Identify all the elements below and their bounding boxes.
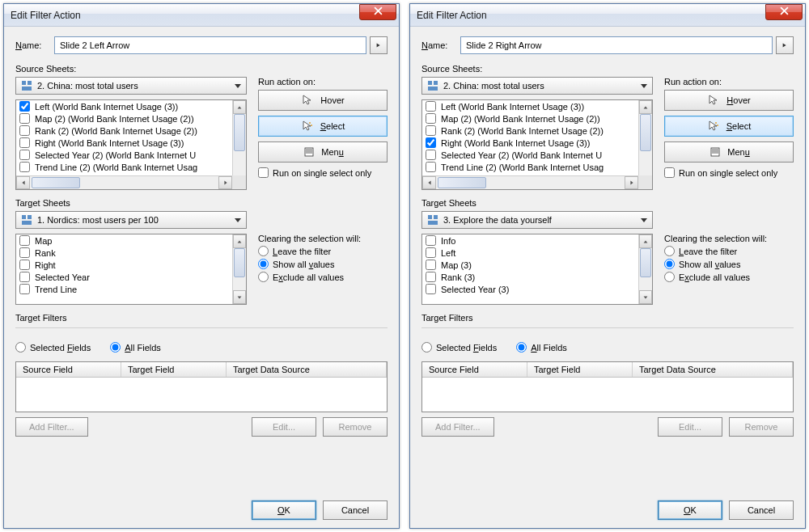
sheet-checkbox[interactable]: [19, 137, 30, 148]
select-button[interactable]: Select: [258, 116, 388, 137]
list-item[interactable]: Right (World Bank Internet Usage (3)): [422, 137, 638, 149]
cancel-button[interactable]: Cancel: [323, 500, 388, 520]
titlebar[interactable]: Edit Filter Action: [410, 4, 805, 27]
sheet-checkbox[interactable]: [19, 284, 30, 294]
scroll-right-button[interactable]: [218, 176, 232, 189]
sheet-checkbox[interactable]: [426, 113, 436, 124]
sheet-checkbox[interactable]: [19, 162, 30, 172]
select-button[interactable]: Select: [664, 116, 794, 137]
col-target-field[interactable]: Target Field: [527, 362, 633, 377]
list-item[interactable]: Trend Line (2) (World Bank Internet Usag: [16, 161, 232, 173]
hover-button[interactable]: Hover: [258, 90, 388, 111]
sheet-checkbox[interactable]: [19, 272, 30, 282]
list-item[interactable]: Right (World Bank Internet Usage (3)): [16, 137, 232, 149]
add-filter-button[interactable]: Add Filter...: [421, 417, 494, 437]
selected-fields-radio[interactable]: [15, 342, 26, 353]
remove-filter-button[interactable]: Remove: [729, 417, 794, 437]
target-filters-table[interactable]: Source Field Target Field Target Data So…: [421, 361, 794, 412]
scroll-up-button[interactable]: [639, 100, 652, 114]
scroll-down-button[interactable]: [233, 290, 246, 304]
scrollbar-vertical[interactable]: [638, 234, 652, 304]
close-button[interactable]: [359, 4, 396, 20]
list-item[interactable]: Left (World Bank Internet Usage (3)): [16, 100, 232, 112]
list-item[interactable]: Rank (2) (World Bank Internet Usage (2)): [422, 125, 638, 137]
edit-filter-button[interactable]: Edit...: [658, 417, 722, 437]
list-item[interactable]: Info: [422, 234, 638, 247]
col-target-datasource[interactable]: Target Data Source: [227, 362, 387, 377]
run-single-select-checkbox[interactable]: [258, 167, 269, 178]
add-filter-button[interactable]: Add Filter...: [15, 417, 88, 437]
name-menu-button[interactable]: [776, 36, 794, 54]
menu-button[interactable]: Menu: [258, 141, 388, 163]
sheet-checkbox[interactable]: [426, 247, 436, 258]
selected-fields-radio[interactable]: [421, 342, 432, 353]
scroll-left-button[interactable]: [422, 176, 436, 189]
leave-filter-radio[interactable]: [664, 246, 675, 256]
sheet-checkbox[interactable]: [426, 272, 436, 282]
col-source-field[interactable]: Source Field: [16, 362, 121, 377]
sheet-checkbox[interactable]: [426, 101, 436, 112]
ok-button[interactable]: OK: [252, 500, 316, 520]
list-item[interactable]: Trend Line (2) (World Bank Internet Usag: [422, 161, 638, 173]
list-item[interactable]: Trend Line: [16, 283, 232, 295]
col-source-field[interactable]: Source Field: [422, 362, 527, 377]
leave-filter-radio[interactable]: [258, 246, 269, 256]
scrollbar-vertical[interactable]: [232, 234, 246, 304]
sheet-checkbox[interactable]: [426, 125, 436, 136]
close-button[interactable]: [765, 4, 803, 20]
hover-button[interactable]: Hover: [664, 90, 794, 111]
target-sheets-listbox[interactable]: MapRankRightSelected YearTrend Line: [15, 234, 247, 305]
cancel-button[interactable]: Cancel: [729, 500, 794, 520]
scroll-right-button[interactable]: [625, 176, 638, 189]
list-item[interactable]: Selected Year: [16, 271, 232, 283]
exclude-all-values-radio[interactable]: [664, 272, 675, 282]
ok-button[interactable]: OK: [658, 500, 722, 520]
scroll-left-button[interactable]: [16, 176, 30, 189]
show-all-values-radio[interactable]: [664, 259, 675, 269]
col-target-field[interactable]: Target Field: [121, 362, 227, 377]
sheet-checkbox[interactable]: [426, 260, 436, 270]
scroll-up-button[interactable]: [639, 234, 652, 248]
source-sheets-listbox[interactable]: Left (World Bank Internet Usage (3))Map …: [15, 99, 247, 190]
target-dashboard-dropdown[interactable]: 1. Nordics: most users per 100: [15, 211, 247, 229]
sheet-checkbox[interactable]: [19, 150, 30, 160]
list-item[interactable]: Map (2) (World Bank Internet Usage (2)): [422, 112, 638, 125]
menu-button[interactable]: Menu: [664, 141, 794, 163]
source-dashboard-dropdown[interactable]: 2. China: most total users: [15, 77, 247, 95]
name-input[interactable]: [54, 36, 366, 54]
sheet-checkbox[interactable]: [426, 284, 436, 294]
sheet-checkbox[interactable]: [19, 113, 30, 124]
edit-filter-button[interactable]: Edit...: [252, 417, 316, 437]
run-single-select-checkbox[interactable]: [664, 167, 675, 178]
list-item[interactable]: Rank (3): [422, 271, 638, 283]
source-sheets-listbox[interactable]: Left (World Bank Internet Usage (3))Map …: [421, 99, 653, 190]
sheet-checkbox[interactable]: [426, 235, 436, 246]
list-item[interactable]: Map: [16, 234, 232, 247]
sheet-checkbox[interactable]: [426, 162, 436, 172]
target-dashboard-dropdown[interactable]: 3. Explore the data yourself: [421, 211, 653, 229]
scrollbar-horizontal[interactable]: [16, 175, 232, 189]
list-item[interactable]: Selected Year (2) (World Bank Internet U: [16, 149, 232, 161]
sheet-checkbox[interactable]: [19, 235, 30, 246]
all-fields-radio[interactable]: [110, 342, 121, 353]
sheet-checkbox[interactable]: [19, 260, 30, 270]
list-item[interactable]: Left: [422, 247, 638, 259]
sheet-checkbox[interactable]: [426, 137, 436, 148]
source-dashboard-dropdown[interactable]: 2. China: most total users: [421, 77, 653, 95]
list-item[interactable]: Map (2) (World Bank Internet Usage (2)): [16, 112, 232, 125]
sheet-checkbox[interactable]: [19, 101, 30, 112]
list-item[interactable]: Left (World Bank Internet Usage (3)): [422, 100, 638, 112]
scroll-up-button[interactable]: [233, 100, 246, 114]
list-item[interactable]: Selected Year (3): [422, 283, 638, 295]
show-all-values-radio[interactable]: [258, 259, 269, 269]
scroll-down-button[interactable]: [639, 290, 652, 304]
sheet-checkbox[interactable]: [426, 150, 436, 160]
sheet-checkbox[interactable]: [19, 247, 30, 258]
name-menu-button[interactable]: [370, 36, 388, 54]
scroll-up-button[interactable]: [233, 234, 246, 248]
all-fields-radio[interactable]: [516, 342, 527, 353]
scrollbar-horizontal[interactable]: [422, 175, 638, 189]
target-filters-table[interactable]: Source Field Target Field Target Data So…: [15, 361, 388, 412]
list-item[interactable]: Right: [16, 259, 232, 271]
list-item[interactable]: Rank: [16, 247, 232, 259]
